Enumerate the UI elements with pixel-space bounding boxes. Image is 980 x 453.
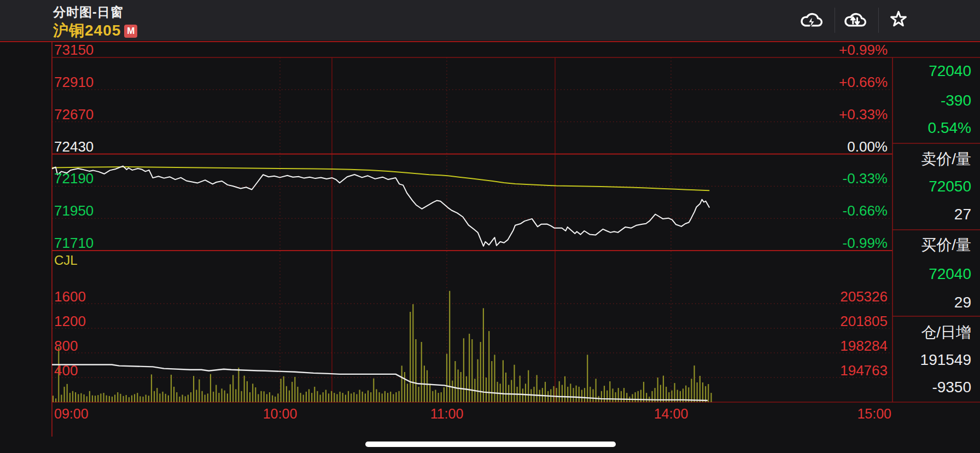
percent-axis-tick: +0.99% — [839, 42, 888, 59]
volume-axis-tick: 1200 — [54, 313, 86, 330]
price-change: -390 — [941, 92, 971, 109]
price-axis-tick: 71950 — [54, 202, 94, 219]
open-interest-label: 仓/日增 — [921, 322, 971, 343]
percent-axis-tick: -0.66% — [843, 202, 888, 219]
time-axis-tick: 09:00 — [54, 406, 89, 422]
percent-axis-tick: -0.99% — [843, 235, 888, 252]
price-axis-tick: 72910 — [54, 74, 94, 91]
percent-axis-tick: -0.33% — [843, 170, 888, 187]
ask-price: 72050 — [929, 178, 971, 195]
bid-price: 72040 — [929, 265, 971, 283]
time-axis-tick: 15:00 — [857, 406, 891, 422]
home-indicator[interactable] — [365, 442, 616, 447]
price-axis-tick: 71710 — [54, 235, 94, 252]
open-interest-axis-tick: 201805 — [840, 313, 888, 330]
open-interest-axis-tick: 194763 — [840, 362, 888, 379]
bid-label: 买价/量 — [921, 235, 971, 255]
open-interest-axis-tick: 198284 — [840, 338, 888, 355]
last-price: 72040 — [929, 62, 971, 80]
time-axis-tick: 11:00 — [430, 406, 464, 422]
time-axis-tick: 14:00 — [654, 406, 689, 422]
percent-axis-tick: 0.00% — [847, 138, 888, 155]
ask-label: 卖价/量 — [921, 149, 971, 170]
price-axis-tick: 72190 — [54, 170, 94, 187]
ask-quantity: 27 — [954, 206, 971, 223]
volume-axis-tick: 800 — [54, 338, 78, 355]
price-axis-tick: 72670 — [54, 106, 94, 123]
open-interest-value: 191549 — [920, 351, 971, 369]
price-axis-tick: 73150 — [54, 42, 94, 59]
volume-axis-tick: 400 — [54, 362, 78, 379]
bid-quantity: 29 — [954, 294, 971, 311]
trading-app: 分时图-日窗 沪铜2405M 73150 — [0, 0, 980, 453]
price-axis-tick: 72430 — [54, 138, 94, 155]
percent-axis-tick: +0.66% — [839, 74, 888, 91]
quote-panel[interactable]: 72040 -390 0.54% 卖价/量 72050 27 买价/量 7204… — [892, 57, 980, 402]
open-interest-change: -9350 — [932, 379, 971, 396]
indicator-label: CJL — [54, 253, 78, 268]
percent-axis-tick: +0.33% — [839, 106, 888, 123]
time-axis-tick: 10:00 — [263, 406, 298, 422]
volume-axis-tick: 1600 — [54, 288, 86, 305]
open-interest-axis-tick: 205326 — [840, 288, 888, 305]
price-change-pct: 0.54% — [928, 119, 971, 137]
